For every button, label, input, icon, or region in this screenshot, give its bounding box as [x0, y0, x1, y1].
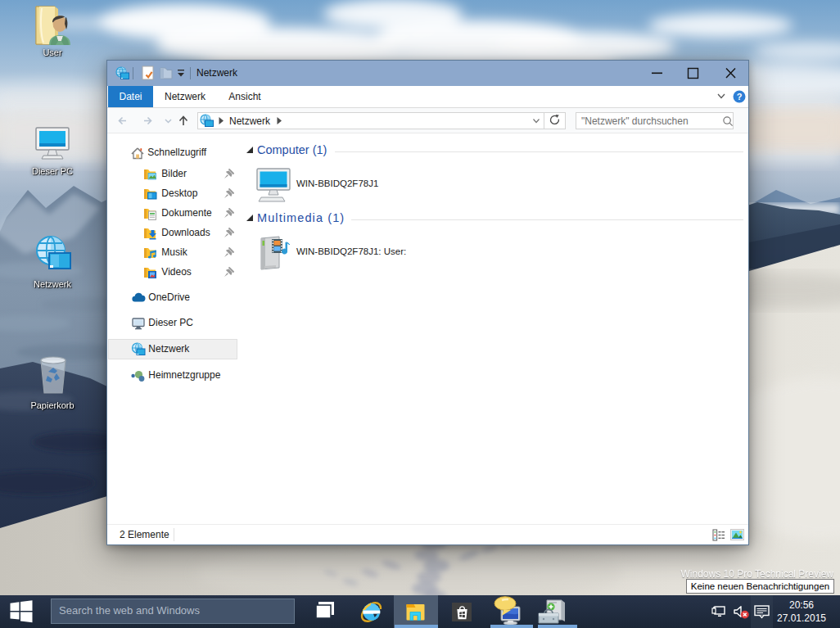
svg-text:?: ?	[737, 92, 743, 102]
